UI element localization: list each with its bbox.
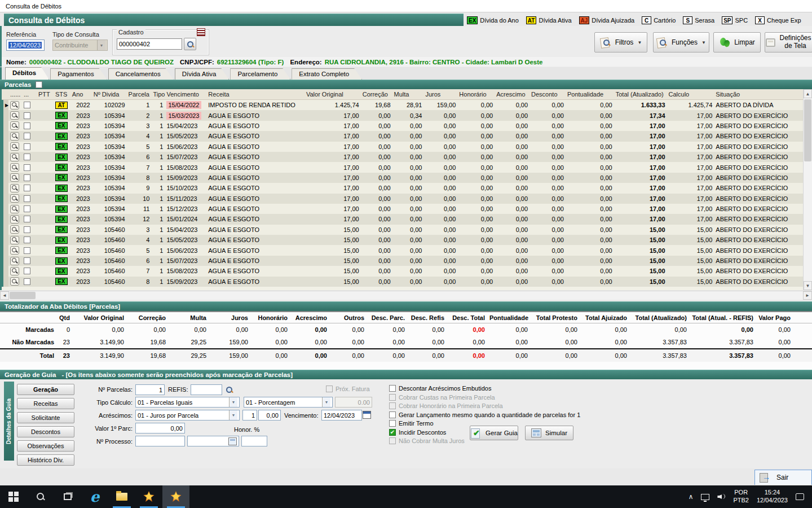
row-detail-button[interactable] [10, 267, 19, 275]
row-detail-button[interactable] [10, 257, 19, 265]
row-detail-button[interactable] [10, 225, 19, 234]
guia-checkbox-3[interactable]: Gerar Lançamento mesmo quando a quantida… [389, 411, 580, 418]
acrescimos-valor-input[interactable]: 0,00 [258, 410, 281, 421]
guia-sidebtn-solicitante[interactable]: Solicitante [17, 412, 74, 423]
row-detail-button[interactable] [10, 101, 19, 110]
app-button-1[interactable] [135, 485, 162, 508]
scroll-up-icon[interactable]: ▲ [804, 89, 812, 98]
cadastro-input[interactable]: 000000402 [117, 38, 182, 50]
row-checkbox[interactable] [24, 174, 30, 181]
row-checkbox[interactable] [24, 278, 30, 285]
guia-sidebtn-observa-es[interactable]: Observações [17, 440, 74, 452]
guia-checkbox-1[interactable]: Cobrar Custas na Primeira Parcela [389, 394, 495, 401]
row-checkbox[interactable] [24, 154, 30, 160]
internet-explorer-button[interactable]: e [81, 485, 108, 508]
n-parcelas-input[interactable]: 1 [135, 384, 165, 395]
row-detail-button[interactable] [10, 236, 19, 244]
gerar-guia-button[interactable]: Gerar Guia [470, 426, 518, 440]
row-checkbox[interactable] [24, 143, 30, 150]
tab-débitos[interactable]: Débitos [5, 67, 49, 80]
vertical-scroll-thumb[interactable] [804, 99, 811, 161]
start-button[interactable] [0, 485, 27, 508]
row-checkbox[interactable] [24, 195, 30, 202]
row-detail-button[interactable] [10, 173, 19, 182]
guia-checkbox-0[interactable]: Descontar Acréscimos Embutidos [389, 385, 491, 392]
valor-parc-input[interactable]: 0,00 [135, 423, 185, 433]
funcoes-button[interactable]: Funções ▼ [653, 32, 709, 52]
file-explorer-button[interactable] [108, 485, 135, 508]
tab-dívida-ativa[interactable]: Dívida Ativa [175, 68, 230, 80]
tab-cancelamentos[interactable]: Cancelamentos [108, 68, 174, 80]
clock[interactable]: 15:2412/04/2023 [757, 489, 788, 505]
row-checkbox[interactable] [24, 237, 30, 243]
parcelas-select-all-checkbox[interactable] [36, 81, 42, 88]
row-checkbox[interactable] [24, 205, 30, 212]
scroll-left-icon[interactable]: ◄ [0, 291, 9, 300]
row-checkbox[interactable] [24, 185, 30, 191]
tipo-calculo-select[interactable]: 01 - Parcelas Iguais ▼ [135, 397, 240, 408]
list-icon[interactable] [197, 28, 205, 36]
calculator-icon[interactable] [228, 437, 237, 445]
cadastro-search-button[interactable] [184, 38, 196, 50]
row-checkbox[interactable] [24, 268, 30, 274]
guia-checkbox-6[interactable]: Não Cobrar Multa Juros [389, 437, 465, 444]
network-icon[interactable] [701, 494, 709, 500]
tipo-consulta-select[interactable]: Contribuinte ▼ [52, 40, 108, 51]
porcentagem-select[interactable]: 01 - Porcentagem ▼ [244, 397, 333, 408]
vencimento-input[interactable]: 12/04/2023 [321, 410, 362, 421]
row-checkbox[interactable] [24, 257, 30, 264]
row-checkbox[interactable] [24, 112, 30, 119]
calendar-icon[interactable] [363, 411, 371, 419]
simular-button[interactable]: Simular [525, 426, 573, 440]
row-detail-button[interactable] [10, 142, 19, 151]
taskbar-search-button[interactable] [27, 485, 54, 508]
refis-input[interactable] [191, 384, 222, 395]
limpar-button[interactable]: Limpar [713, 32, 761, 52]
row-detail-button[interactable] [10, 194, 19, 203]
horizontal-scroll-thumb[interactable] [10, 292, 36, 299]
guia-checkbox-2[interactable]: Cobrar Honorário na Primeira Parcela [389, 402, 503, 409]
row-detail-button[interactable] [10, 246, 19, 255]
row-checkbox[interactable] [24, 102, 30, 108]
vertical-scrollbar[interactable]: ▲ ▼ [803, 89, 812, 290]
row-checkbox[interactable] [24, 226, 30, 233]
sair-button[interactable]: Sair [776, 474, 788, 481]
honor-input[interactable] [241, 436, 267, 446]
guia-checkbox-4[interactable]: Emitir Termo [389, 420, 434, 427]
processo-input[interactable] [135, 436, 185, 446]
acrescimos-qty-input[interactable]: 1 [242, 410, 257, 421]
definicoes-tela-button[interactable]: Definições de Tela [765, 32, 812, 52]
row-detail-button[interactable] [10, 215, 19, 224]
row-detail-button[interactable] [10, 163, 19, 172]
row-checkbox[interactable] [24, 164, 30, 171]
row-detail-button[interactable] [10, 111, 19, 120]
prox-fatura-checkbox[interactable]: Próx. Fatura [326, 386, 370, 392]
task-view-button[interactable] [54, 485, 81, 508]
row-detail-button[interactable] [10, 121, 19, 130]
row-detail-button[interactable] [10, 132, 19, 141]
row-detail-button[interactable] [10, 153, 19, 161]
row-detail-button[interactable] [10, 184, 19, 192]
guia-sidebtn-receitas[interactable]: Receitas [17, 398, 74, 409]
tab-pagamentos[interactable]: Pagamentos [50, 68, 107, 80]
tab-extrato-completo[interactable]: Extrato Completo [292, 68, 362, 80]
filtros-button[interactable]: Filtros ▼ [594, 32, 647, 52]
guia-checkbox-5[interactable]: ✔Incidir Descontos [389, 429, 446, 436]
tab-parcelamento[interactable]: Parcelamento [230, 68, 290, 80]
row-checkbox[interactable] [24, 133, 30, 139]
app-button-2-active[interactable] [162, 485, 189, 508]
horizontal-scrollbar[interactable]: ◄ ► [0, 291, 812, 300]
guia-sidebtn-descontos[interactable]: Descontos [17, 426, 74, 437]
percent-input[interactable]: 0.00 [335, 397, 372, 408]
row-detail-button[interactable] [10, 277, 19, 286]
processo-aux-input[interactable] [187, 436, 239, 446]
row-checkbox[interactable] [24, 216, 30, 222]
speaker-icon[interactable] [717, 493, 725, 500]
language-indicator[interactable]: PORPTB2 [733, 489, 749, 505]
row-checkbox[interactable] [24, 247, 30, 254]
scroll-right-icon[interactable]: ► [803, 291, 812, 300]
referencia-input[interactable]: 12/04/2023 [6, 40, 45, 51]
guia-sidebtn-hist-rico-div-[interactable]: Histórico Div. [17, 454, 74, 466]
refis-search-button[interactable] [223, 384, 235, 395]
row-checkbox[interactable] [24, 122, 30, 129]
